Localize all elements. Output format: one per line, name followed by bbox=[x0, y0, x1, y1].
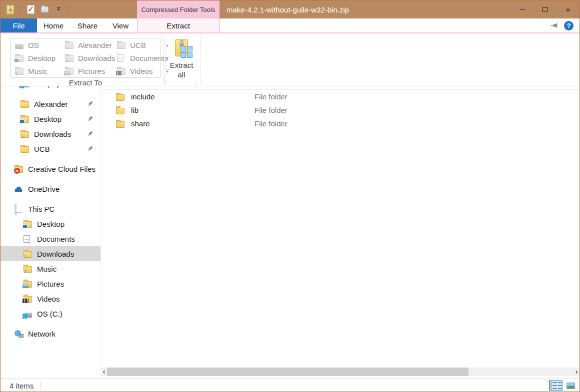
documents-icon bbox=[24, 235, 33, 243]
pictures-icon bbox=[65, 67, 74, 75]
folder-icon bbox=[20, 145, 30, 153]
folder-icon bbox=[116, 93, 126, 101]
properties-button[interactable]: ✓ bbox=[25, 3, 36, 15]
folder-icon bbox=[41, 6, 48, 12]
tab-extract[interactable]: Extract bbox=[137, 18, 220, 32]
toolbar-separator bbox=[68, 5, 69, 14]
downloads-icon: ↓ bbox=[20, 130, 30, 138]
maximize-icon bbox=[542, 7, 548, 12]
this-pc-icon bbox=[14, 205, 24, 213]
quick-access-toolbar: ✓ ▾ bbox=[4, 0, 70, 18]
thumbnail-view-button[interactable] bbox=[564, 380, 578, 391]
thumbnail-view-icon bbox=[566, 383, 575, 389]
gallery-item-desktop[interactable]: Desktop bbox=[15, 51, 65, 64]
window-title: make-4.2.1-without-guile-w32-bin.zip bbox=[226, 0, 349, 18]
contextual-tab-header: Compressed Folder Tools bbox=[137, 0, 220, 18]
maximize-button[interactable] bbox=[534, 0, 556, 18]
close-button[interactable]: × bbox=[556, 0, 580, 18]
gallery-item-downloads[interactable]: ↓Downloads bbox=[65, 51, 117, 64]
ribbon-separator bbox=[164, 36, 164, 84]
clipped-row-container: OS (C:) bbox=[0, 86, 100, 90]
gallery-item-ucb[interactable]: UCB bbox=[117, 38, 165, 51]
tab-share[interactable]: Share bbox=[74, 18, 102, 32]
ribbon-separator bbox=[200, 36, 200, 84]
videos-icon bbox=[24, 295, 33, 303]
column-divider bbox=[196, 79, 197, 86]
sidebar-item-music[interactable]: ♪ Music bbox=[0, 261, 100, 276]
sidebar-item-os-c[interactable]: OS (C:) bbox=[0, 306, 100, 321]
new-folder-button[interactable] bbox=[39, 3, 50, 15]
details-view-button[interactable] bbox=[549, 380, 562, 391]
check-icon: ✓ bbox=[28, 4, 34, 13]
horizontal-scrollbar[interactable]: ‹ › bbox=[101, 368, 580, 376]
desktop-icon bbox=[15, 54, 24, 62]
scroll-left-arrow[interactable]: ‹ bbox=[101, 368, 107, 376]
tab-file[interactable]: File bbox=[0, 18, 37, 32]
zip-file-icon bbox=[4, 3, 16, 15]
sidebar-item-documents[interactable]: Documents bbox=[0, 231, 100, 246]
sidebar-item-alexander[interactable]: Alexander bbox=[0, 96, 100, 111]
details-view-icon bbox=[550, 382, 562, 390]
extract-all-button[interactable]: Extract all bbox=[167, 37, 196, 83]
file-name: lib bbox=[131, 106, 138, 114]
ribbon-content: OS Alexander UCB Desktop ↓Downloads Docu… bbox=[0, 34, 580, 86]
sidebar-item-this-pc[interactable]: This PC bbox=[0, 201, 100, 216]
gallery-item-alexander[interactable]: Alexander bbox=[65, 38, 117, 51]
pin-icon bbox=[86, 100, 94, 107]
tab-view[interactable]: View bbox=[106, 18, 134, 32]
folder-icon bbox=[20, 100, 30, 108]
gallery-item-pictures[interactable]: Pictures bbox=[65, 64, 117, 77]
pin-icon bbox=[86, 115, 94, 122]
scroll-right-arrow[interactable]: › bbox=[574, 368, 580, 376]
minimize-button[interactable] bbox=[510, 0, 534, 18]
status-separator bbox=[40, 382, 41, 389]
sidebar-item-videos[interactable]: Videos bbox=[0, 291, 100, 306]
gallery-item-os[interactable]: OS bbox=[15, 38, 65, 51]
ribbon-tab-row: File Home Share View Extract ? bbox=[0, 18, 580, 33]
onedrive-icon bbox=[14, 185, 24, 193]
gallery-item-documents[interactable]: Documents bbox=[117, 51, 165, 64]
navigation-pane: OS (C:) Alexander Desktop ↓ Downloads bbox=[0, 86, 100, 379]
pin-icon bbox=[86, 145, 94, 152]
file-row-include[interactable]: include File folder bbox=[101, 90, 580, 103]
gallery-item-videos[interactable]: Videos bbox=[117, 64, 165, 77]
file-row-lib[interactable]: lib File folder bbox=[101, 103, 580, 117]
help-button[interactable]: ? bbox=[564, 21, 574, 30]
sidebar-item-desktop-pinned[interactable]: Desktop bbox=[0, 111, 100, 126]
drive-icon bbox=[15, 41, 24, 49]
customize-toolbar-button[interactable]: ▾ bbox=[53, 3, 64, 15]
sidebar-item-ucb[interactable]: UCB bbox=[0, 141, 100, 156]
sidebar-item-network[interactable]: Network bbox=[0, 326, 100, 341]
sidebar-item-downloads[interactable]: ↓ Downloads bbox=[0, 246, 100, 261]
sidebar-item-onedrive[interactable]: OneDrive bbox=[0, 181, 100, 196]
scrollbar-thumb[interactable] bbox=[107, 368, 468, 376]
title-bar: ✓ ▾ Compressed Folder Tools make-4.2.1-w… bbox=[0, 0, 580, 18]
chevron-down-icon: ▾ bbox=[58, 7, 60, 11]
column-divider bbox=[166, 79, 166, 86]
sidebar-item-pictures[interactable]: Pictures bbox=[0, 276, 100, 291]
sidebar-item-downloads-pinned[interactable]: ↓ Downloads bbox=[0, 126, 100, 141]
network-icon bbox=[14, 330, 24, 338]
gallery-item-music[interactable]: ♪Music bbox=[15, 64, 65, 77]
items-count: 4 items bbox=[10, 382, 34, 390]
file-row-share[interactable]: share File folder bbox=[101, 117, 580, 130]
music-icon: ♪ bbox=[15, 67, 24, 75]
extract-to-gallery: OS Alexander UCB Desktop ↓Downloads Docu… bbox=[10, 38, 160, 78]
pin-ribbon-icon[interactable] bbox=[550, 22, 558, 29]
file-name: include bbox=[131, 92, 155, 101]
sidebar-item-creative-cloud[interactable]: ∞ Creative Cloud Files bbox=[0, 161, 100, 176]
file-name: share bbox=[131, 119, 150, 128]
desktop-icon bbox=[24, 220, 33, 228]
extract-all-icon bbox=[175, 39, 188, 56]
folder-icon bbox=[65, 41, 74, 49]
folder-icon bbox=[117, 41, 126, 49]
file-type: File folder bbox=[254, 119, 288, 128]
videos-icon bbox=[117, 67, 126, 75]
music-icon: ♪ bbox=[24, 265, 33, 273]
minimize-icon bbox=[520, 9, 525, 10]
sidebar-item-os-c-pinned[interactable]: OS (C:) bbox=[0, 86, 100, 90]
sidebar-item-desktop[interactable]: Desktop bbox=[0, 216, 100, 231]
tab-home[interactable]: Home bbox=[40, 18, 66, 32]
ribbon-group-label: Extract To bbox=[10, 78, 160, 87]
status-bar: 4 items bbox=[0, 379, 580, 392]
